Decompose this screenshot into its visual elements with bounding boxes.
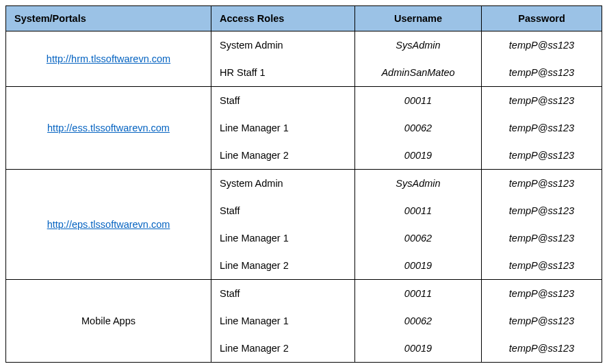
role-value: Line Manager 2 xyxy=(220,252,346,279)
role-value: Line Manager 2 xyxy=(220,335,346,362)
username-value: 00011 xyxy=(363,197,473,224)
system-link[interactable]: http://ess.tlssoftwarevn.com xyxy=(47,122,170,133)
role-value: Line Manager 2 xyxy=(220,142,346,169)
roles-cell: System AdminStaffLine Manager 1Line Mana… xyxy=(211,170,355,280)
username-value: AdminSanMateo xyxy=(363,59,473,86)
table-row: http://hrm.tlssoftwarevn.comSystem Admin… xyxy=(6,31,602,87)
password-value: tempP@ss123 xyxy=(490,197,593,224)
password-value: tempP@ss123 xyxy=(490,252,593,279)
username-value: 00011 xyxy=(363,87,473,114)
username-value: 00019 xyxy=(363,142,473,169)
password-value: tempP@ss123 xyxy=(490,307,593,335)
password-cell: tempP@ss123tempP@ss123tempP@ss123 xyxy=(482,280,602,363)
password-value: tempP@ss123 xyxy=(490,114,593,142)
table-row: http://ess.tlssoftwarevn.comStaffLine Ma… xyxy=(6,87,602,170)
role-value: Staff xyxy=(220,280,346,307)
username-cell: SysAdmin000110006200019 xyxy=(355,170,482,280)
username-value: 00062 xyxy=(363,114,473,142)
system-cell: Mobile Apps xyxy=(6,280,211,363)
password-cell: tempP@ss123tempP@ss123 xyxy=(482,31,602,87)
header-username: Username xyxy=(355,6,482,31)
role-value: Staff xyxy=(220,87,346,114)
password-value: tempP@ss123 xyxy=(490,142,593,169)
roles-cell: StaffLine Manager 1Line Manager 2 xyxy=(211,87,355,170)
password-cell: tempP@ss123tempP@ss123tempP@ss123tempP@s… xyxy=(482,170,602,280)
username-cell: 000110006200019 xyxy=(355,280,482,363)
password-value: tempP@ss123 xyxy=(490,335,593,362)
system-link[interactable]: http://hrm.tlssoftwarevn.com xyxy=(47,53,170,64)
header-roles: Access Roles xyxy=(211,6,355,31)
role-value: System Admin xyxy=(220,170,346,197)
system-link[interactable]: http://eps.tlssoftwarevn.com xyxy=(47,219,170,230)
password-value: tempP@ss123 xyxy=(490,31,593,59)
username-value: 00062 xyxy=(363,307,473,335)
username-value: 00019 xyxy=(363,252,473,279)
role-value: Line Manager 1 xyxy=(220,114,346,142)
role-value: Line Manager 1 xyxy=(220,224,346,252)
system-label: Mobile Apps xyxy=(81,315,135,326)
username-value: SysAdmin xyxy=(363,31,473,59)
password-value: tempP@ss123 xyxy=(490,59,593,86)
role-value: Staff xyxy=(220,197,346,224)
header-password: Password xyxy=(482,6,602,31)
password-value: tempP@ss123 xyxy=(490,87,593,114)
role-value: Line Manager 1 xyxy=(220,307,346,335)
system-cell: http://hrm.tlssoftwarevn.com xyxy=(6,31,211,87)
roles-cell: StaffLine Manager 1Line Manager 2 xyxy=(211,280,355,363)
table-row: http://eps.tlssoftwarevn.comSystem Admin… xyxy=(6,170,602,280)
username-value: 00019 xyxy=(363,335,473,362)
password-value: tempP@ss123 xyxy=(490,224,593,252)
username-cell: 000110006200019 xyxy=(355,87,482,170)
username-value: 00011 xyxy=(363,280,473,307)
roles-cell: System AdminHR Staff 1 xyxy=(211,31,355,87)
system-cell: http://ess.tlssoftwarevn.com xyxy=(6,87,211,170)
username-value: 00062 xyxy=(363,224,473,252)
username-value: SysAdmin xyxy=(363,170,473,197)
username-cell: SysAdminAdminSanMateo xyxy=(355,31,482,87)
password-cell: tempP@ss123tempP@ss123tempP@ss123 xyxy=(482,87,602,170)
credentials-table: System/Portals Access Roles Username Pas… xyxy=(5,5,602,363)
role-value: HR Staff 1 xyxy=(220,59,346,86)
header-system: System/Portals xyxy=(6,6,211,31)
table-row: Mobile AppsStaffLine Manager 1Line Manag… xyxy=(6,280,602,363)
password-value: tempP@ss123 xyxy=(490,170,593,197)
system-cell: http://eps.tlssoftwarevn.com xyxy=(6,170,211,280)
password-value: tempP@ss123 xyxy=(490,280,593,307)
role-value: System Admin xyxy=(220,31,346,59)
table-header-row: System/Portals Access Roles Username Pas… xyxy=(6,6,602,31)
